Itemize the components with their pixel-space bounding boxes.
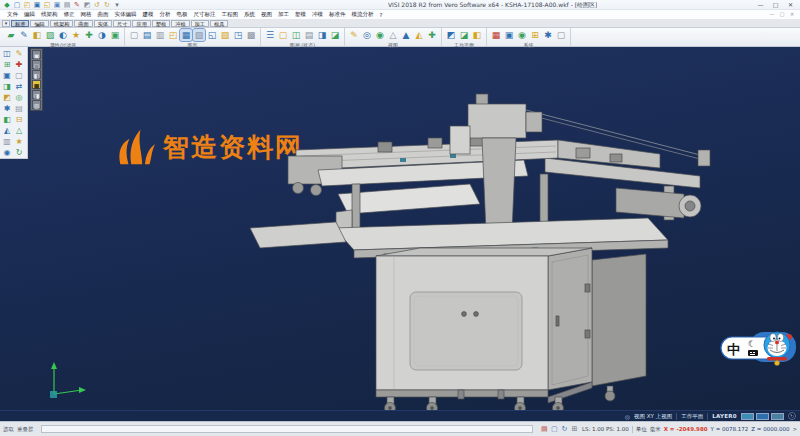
left-panel-icon[interactable]: ◧ bbox=[1, 114, 13, 125]
toolbar-icon[interactable]: ✱ bbox=[542, 29, 554, 41]
toolbar-icon[interactable]: ✎ bbox=[18, 29, 30, 41]
toolbar-icon[interactable]: ▲ bbox=[400, 29, 412, 41]
toolbar-icon[interactable]: ⊞ bbox=[529, 29, 541, 41]
toolbar-icon[interactable]: ▩ bbox=[245, 29, 257, 41]
status-icon[interactable]: ⊞ bbox=[570, 425, 579, 434]
toolbar-icon[interactable]: ✚ bbox=[426, 29, 438, 41]
ime-toolbar[interactable]: 中 ☾ bbox=[720, 328, 798, 374]
toolbar-icon[interactable]: ◳ bbox=[232, 29, 244, 41]
toolbar-icon[interactable]: ▧ bbox=[193, 29, 205, 41]
float-tool-button[interactable]: ■ bbox=[32, 80, 41, 89]
toolbar-icon[interactable]: ◑ bbox=[96, 29, 108, 41]
toolbar-icon[interactable]: ▨ bbox=[219, 29, 231, 41]
tab-overflow-button[interactable]: ▾ bbox=[2, 20, 10, 27]
quick-access-icon[interactable]: ◰ bbox=[23, 1, 31, 9]
quick-access-icon[interactable]: ▤ bbox=[63, 1, 71, 9]
quick-access-icon[interactable]: ↻ bbox=[103, 1, 111, 9]
quick-access-icon[interactable]: ✎ bbox=[73, 1, 81, 9]
quick-access-icon[interactable]: ◱ bbox=[43, 1, 51, 9]
left-panel-icon[interactable]: ◎ bbox=[13, 92, 25, 103]
status-icon[interactable]: ▢ bbox=[550, 425, 559, 434]
toolbar-icon[interactable]: ★ bbox=[70, 29, 82, 41]
ime-language-indicator[interactable]: 中 bbox=[727, 342, 740, 357]
menu-item[interactable]: ? bbox=[377, 12, 386, 18]
toolbar-tab[interactable]: 应用 bbox=[132, 20, 150, 27]
command-input[interactable] bbox=[41, 425, 533, 433]
left-panel-icon[interactable]: ⊟ bbox=[13, 114, 25, 125]
menu-item[interactable]: 视图 bbox=[258, 11, 275, 18]
menu-item[interactable]: 线架构 bbox=[38, 11, 61, 18]
status-icon[interactable]: ↻ bbox=[560, 425, 569, 434]
toolbar-icon[interactable]: ▣ bbox=[109, 29, 121, 41]
left-panel-icon[interactable]: ◨ bbox=[1, 81, 13, 92]
toolbar-icon[interactable]: ◰ bbox=[167, 29, 179, 41]
menu-item[interactable]: 建模 bbox=[140, 11, 157, 18]
menu-item[interactable]: 加工 bbox=[275, 11, 292, 18]
toolbar-icon[interactable]: ◐ bbox=[57, 29, 69, 41]
toolbar-icon[interactable]: ▦ bbox=[490, 29, 502, 41]
toolbar-icon[interactable]: ▦ bbox=[180, 29, 192, 41]
restore-button[interactable]: □ bbox=[768, 0, 783, 9]
quick-access-icon[interactable]: ▣ bbox=[53, 1, 61, 9]
toolbar-icon[interactable]: ☰ bbox=[264, 29, 276, 41]
menu-item[interactable]: 实体编辑 bbox=[112, 11, 140, 18]
toolbar-icon[interactable]: ◫ bbox=[290, 29, 302, 41]
toolbar-tab[interactable]: 加工 bbox=[191, 20, 209, 27]
toolbar-tab[interactable]: 冲模 bbox=[171, 20, 189, 27]
toolbar-tab[interactable]: 模具 bbox=[210, 20, 228, 27]
toolbar-icon[interactable]: ◧ bbox=[31, 29, 43, 41]
toolbar-icon[interactable]: ◉ bbox=[374, 29, 386, 41]
toolbar-icon[interactable]: △ bbox=[387, 29, 399, 41]
toolbar-icon[interactable]: ▰ bbox=[5, 29, 17, 41]
mdi-restore-button[interactable]: □ bbox=[777, 10, 787, 19]
menu-item[interactable]: 曲面 bbox=[95, 11, 112, 18]
toolbar-tab[interactable]: 尺寸 bbox=[113, 20, 131, 27]
color-chip[interactable] bbox=[771, 413, 784, 420]
toolbar-icon[interactable]: ▤ bbox=[303, 29, 315, 41]
moon-icon[interactable]: ☾ bbox=[748, 339, 756, 349]
color-chip[interactable] bbox=[756, 413, 769, 420]
toolbar-icon[interactable]: ◨ bbox=[316, 29, 328, 41]
left-panel-icon[interactable]: ⇄ bbox=[13, 81, 25, 92]
toolbar-icon[interactable]: ◪ bbox=[458, 29, 470, 41]
float-tool-button[interactable]: ▥ bbox=[32, 100, 41, 109]
left-panel-icon[interactable]: ◩ bbox=[1, 92, 13, 103]
color-chip[interactable] bbox=[741, 413, 754, 420]
left-panel-icon[interactable]: ✱ bbox=[1, 103, 13, 114]
menu-item[interactable]: 修正 bbox=[61, 11, 78, 18]
left-panel-icon[interactable]: ↻ bbox=[13, 147, 25, 158]
toolbar-icon[interactable]: ✎ bbox=[348, 29, 360, 41]
menu-item[interactable]: 冲模 bbox=[309, 11, 326, 18]
toolbar-icon[interactable]: ▤ bbox=[141, 29, 153, 41]
float-tool-button[interactable]: ▢ bbox=[32, 60, 41, 69]
menu-item[interactable]: 模流分析 bbox=[349, 11, 377, 18]
toolbar-icon[interactable]: ▢ bbox=[555, 29, 567, 41]
menu-item[interactable]: 系统 bbox=[241, 11, 258, 18]
current-view-label[interactable]: 视图 XY 上视图 bbox=[634, 413, 672, 420]
float-tool-button[interactable]: ▣ bbox=[32, 50, 41, 59]
coordinate-expand-button[interactable]: > bbox=[792, 426, 797, 432]
menu-item[interactable]: 编辑 bbox=[21, 11, 38, 18]
left-panel-icon[interactable]: ★ bbox=[13, 136, 25, 147]
toolbar-icon[interactable]: ◧ bbox=[471, 29, 483, 41]
status-icon[interactable]: ▤ bbox=[540, 425, 549, 434]
toolbar-tab[interactable]: 标准 bbox=[11, 20, 29, 27]
left-panel-icon[interactable]: ◉ bbox=[1, 147, 13, 158]
toolbar-icon[interactable]: ▢ bbox=[277, 29, 289, 41]
quick-access-icon[interactable]: ▢ bbox=[13, 1, 21, 9]
left-panel-icon[interactable]: ▤ bbox=[13, 103, 25, 114]
workplane-label[interactable]: 工作平面 bbox=[681, 413, 703, 420]
unit-value[interactable]: 毫米 bbox=[650, 426, 661, 433]
quick-access-icon[interactable]: ▣ bbox=[33, 1, 41, 9]
mdi-minimize-button[interactable]: — bbox=[767, 10, 777, 19]
toolbar-tab[interactable]: 编辑 bbox=[30, 20, 48, 27]
menu-item[interactable]: 塑模 bbox=[292, 11, 309, 18]
quick-access-icon[interactable]: ◩ bbox=[83, 1, 91, 9]
toolbar-icon[interactable]: ▨ bbox=[44, 29, 56, 41]
toolbar-tab[interactable]: 塑模 bbox=[152, 20, 170, 27]
left-panel-icon[interactable]: ◭ bbox=[1, 125, 13, 136]
left-panel-icon[interactable]: ✚ bbox=[13, 59, 25, 70]
left-panel-icon[interactable]: ▢ bbox=[13, 70, 25, 81]
close-button[interactable]: ✕ bbox=[783, 0, 798, 9]
quick-access-icon[interactable]: ▾ bbox=[113, 1, 121, 9]
